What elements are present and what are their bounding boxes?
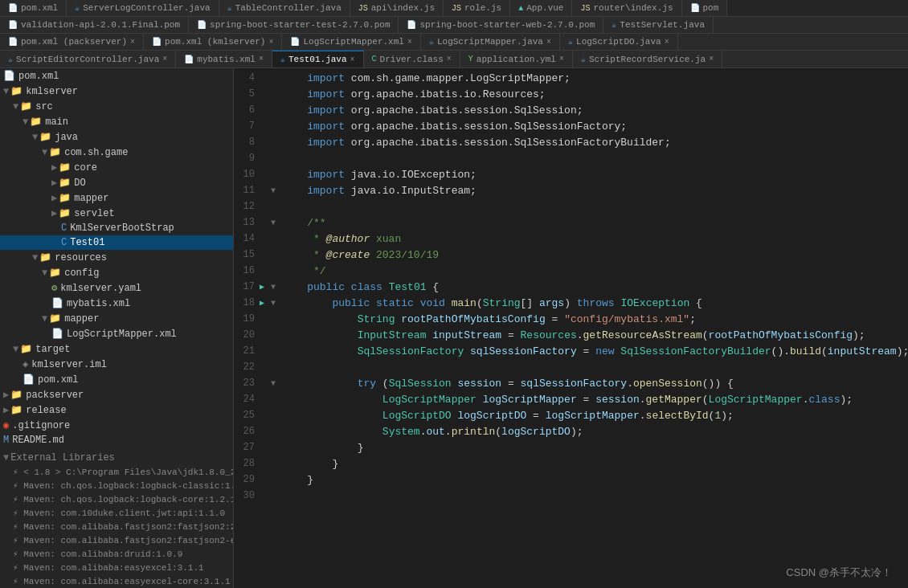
sidebar-item-config[interactable]: ▼ 📁 config (0, 265, 233, 280)
tab-serverlog[interactable]: ☕ ServerLogController.java (67, 0, 219, 16)
sidebar-item-kmlserver-yaml[interactable]: ⚙ kmlserver.yaml (0, 280, 233, 296)
folder-icon: 📁 (39, 131, 51, 143)
folder-icon: 📁 (20, 343, 32, 355)
code-line-23: 23 ▼ try (SqlSession session = sqlSessio… (234, 375, 908, 391)
sidebar-item-gitignore[interactable]: ◉ .gitignore (0, 418, 233, 433)
sidebar-item-src[interactable]: ▼ 📁 src (0, 99, 233, 114)
code-line-21: 21 SqlSessionFactory sqlSessionFactory =… (234, 343, 908, 359)
tab-scriptrecord[interactable]: ☕ ScriptRecordService.ja × (573, 51, 722, 67)
tab-springbootweb[interactable]: 📄 spring-boot-starter-web-2.7.0.pom (399, 17, 603, 33)
tab-logscriptdo[interactable]: ☕ LogScriptDO.java × (560, 34, 678, 50)
tab-springboottest[interactable]: 📄 spring-boot-starter-test-2.7.0.pom (189, 17, 399, 33)
sidebar: 📄 pom.xml ▼ 📁 kmlserver ▼ 📁 src ▼ 📁 main… (0, 68, 234, 588)
code-line-26: 26 System.out.println(logScriptDO); (234, 423, 908, 439)
code-line-13: 13 ▼ /** (234, 214, 908, 231)
code-line-6: 6 import org.apache.ibatis.session.SqlSe… (234, 102, 908, 118)
tab-apiindex[interactable]: JS api\index.js (350, 0, 444, 16)
sidebar-item-packserver[interactable]: ▶ 📁 packserver (0, 387, 233, 402)
code-line-7: 7 import org.apache.ibatis.session.SqlSe… (234, 118, 908, 134)
code-line-12: 12 (234, 198, 908, 214)
tab-pom-kml[interactable]: 📄 pom.xml (kmlserver) × (144, 34, 282, 50)
code-editor[interactable]: 4 import com.sh.game.mapper.LogScriptMap… (234, 68, 908, 588)
sidebar-item-release[interactable]: ▶ 📁 release (0, 402, 233, 418)
sidebar-item-main[interactable]: ▼ 📁 main (0, 114, 233, 129)
folder-icon: 📁 (49, 312, 61, 325)
tab-tablecontroller[interactable]: ☕ TableController.java (219, 0, 350, 16)
tab-logscriptmapper-java[interactable]: ☕ LogScriptMapper.java × (421, 34, 560, 50)
xml-icon: 📄 (3, 70, 15, 82)
sidebar-item-logback-classic[interactable]: ⚡ Maven: ch.qos.logback:logback-classic:… (0, 479, 233, 492)
sidebar-item-mapper-folder[interactable]: ▼ 📁 mapper (0, 311, 233, 326)
sidebar-item-fastjson2-ext[interactable]: ⚡ Maven: com.alibaba.fastjson2:fastjson2… (0, 533, 233, 547)
sidebar-item-core[interactable]: ▶ 📁 core (0, 160, 233, 175)
sidebar-item-fastjson2[interactable]: ⚡ Maven: com.alibaba.fastjson2:fastjson2… (0, 520, 233, 533)
code-line-4: 4 import com.sh.game.mapper.LogScriptMap… (234, 70, 908, 86)
tab-scripteditor[interactable]: ☕ ScriptEditorController.java × (0, 51, 176, 67)
folder-icon: 📁 (20, 100, 32, 112)
code-line-14: 14 * @author xuan (234, 231, 908, 247)
sidebar-item-pom-root[interactable]: 📄 pom.xml (0, 68, 233, 84)
sidebar-item-jwt[interactable]: ⚡ Maven: com.10duke.client.jwt:api:1.1.0 (0, 506, 233, 520)
sidebar-item-logscriptmapper-xml[interactable]: 📄 LogScriptMapper.xml (0, 326, 233, 341)
sidebar-item-readme[interactable]: M README.md (0, 433, 233, 447)
folder-icon: 📁 (49, 146, 61, 158)
tab-testservlet[interactable]: ☕ TestServlet.java (603, 17, 714, 33)
folder-icon: 📁 (59, 161, 71, 174)
sidebar-item-jdk[interactable]: ⚡ < 1.8 > C:\Program Files\Java\jdk1.8.0… (0, 465, 233, 479)
md-icon: M (3, 435, 9, 446)
sidebar-item-resources[interactable]: ▼ 📁 resources (0, 250, 233, 265)
tab-validationapi[interactable]: 📄 validation-api-2.0.1.Final.pom (0, 17, 189, 33)
tab-pom-pack[interactable]: 📄 pom.xml (packserver) × (0, 34, 144, 50)
yaml-icon: ⚙ (51, 282, 57, 294)
sidebar-item-kmlbootstrap[interactable]: C KmlServerBootStrap (0, 221, 233, 235)
code-line-15: 15 * @create 2023/10/19 (234, 247, 908, 263)
sidebar-item-easyexcel[interactable]: ⚡ Maven: com.alibaba:easyexcel:3.1.1 (0, 561, 233, 574)
code-line-24: 24 LogScriptMapper logScriptMapper = ses… (234, 391, 908, 407)
folder-icon: 📁 (59, 207, 71, 219)
sidebar-item-do[interactable]: ▶ 📁 DO (0, 175, 233, 190)
sidebar-item-mapper-pkg[interactable]: ▶ 📁 mapper (0, 190, 233, 206)
sidebar-item-kmlserver-iml[interactable]: ◈ kmlserver.iml (0, 357, 233, 372)
tab-appvue[interactable]: ▲ App.vue (510, 0, 572, 16)
sidebar-item-easyexcel-core[interactable]: ⚡ Maven: com.alibaba:easyexcel-core:3.1.… (0, 574, 233, 588)
sidebar-item-ext-libs[interactable]: ▼ External Libraries (0, 451, 233, 465)
code-line-28: 28 } (234, 455, 908, 472)
folder-icon: 📁 (49, 267, 61, 279)
tab-bar-row4: ☕ ScriptEditorController.java × 📄 mybati… (0, 51, 908, 68)
sidebar-item-pom-kml[interactable]: 📄 pom.xml (0, 372, 233, 387)
folder-icon: 📁 (10, 389, 22, 401)
tab-logscriptmapper-xml[interactable]: 📄 LogScriptMapper.xml × (282, 34, 420, 50)
code-line-10: 10 import java.io.IOException; (234, 166, 908, 182)
code-line-20: 20 InputStream inputStream = Resources.g… (234, 327, 908, 343)
tab-bar-row3: 📄 pom.xml (packserver) × 📄 pom.xml (kmls… (0, 34, 908, 51)
sidebar-item-kmlserver[interactable]: ▼ 📁 kmlserver (0, 84, 233, 99)
code-container: 4 import com.sh.game.mapper.LogScriptMap… (234, 68, 908, 588)
tab-test01[interactable]: ☕ Test01.java × (272, 51, 364, 67)
folder-icon: 📁 (10, 85, 22, 97)
tab-role[interactable]: JS role.js (444, 0, 510, 16)
code-line-9: 9 (234, 150, 908, 166)
sidebar-item-mybatis-xml[interactable]: 📄 mybatis.xml (0, 296, 233, 311)
sidebar-item-test01[interactable]: C Test01 (0, 235, 233, 250)
java-icon: C (61, 223, 67, 234)
xml-icon: 📄 (51, 297, 63, 309)
tab-pom-xml-root[interactable]: 📄 pom.xml (0, 0, 67, 16)
tab-driver-class[interactable]: C Driver.class × (364, 51, 460, 67)
folder-icon: 📁 (59, 192, 71, 204)
sidebar-item-druid[interactable]: ⚡ Maven: com.alibaba:druid:1.0.9 (0, 547, 233, 561)
tab-bar-row2: 📄 validation-api-2.0.1.Final.pom 📄 sprin… (0, 17, 908, 34)
sidebar-item-logback-core[interactable]: ⚡ Maven: ch.qos.logback:logback-core:1.2… (0, 492, 233, 506)
folder-icon: 📁 (30, 116, 42, 128)
tab-pom-short[interactable]: 📄 pom (682, 0, 728, 16)
sidebar-item-package[interactable]: ▼ 📁 com.sh.game (0, 145, 233, 160)
code-line-11: 11 ▼ import java.io.InputStream; (234, 182, 908, 198)
code-line-25: 25 LogScriptDO logScriptDO = logScriptMa… (234, 407, 908, 423)
code-line-5: 5 import org.apache.ibatis.io.Resources; (234, 86, 908, 102)
tab-routerindex[interactable]: JS router\index.js (572, 0, 681, 16)
sidebar-item-target[interactable]: ▼ 📁 target (0, 341, 233, 357)
sidebar-item-java[interactable]: ▼ 📁 java (0, 129, 233, 145)
sidebar-item-servlet[interactable]: ▶ 📁 servlet (0, 206, 233, 221)
watermark: CSDN @杀手不太冷！ (786, 566, 892, 580)
tab-application-yml[interactable]: Y application.yml × (460, 51, 573, 67)
tab-mybatis-xml[interactable]: 📄 mybatis.xml × (176, 51, 272, 67)
